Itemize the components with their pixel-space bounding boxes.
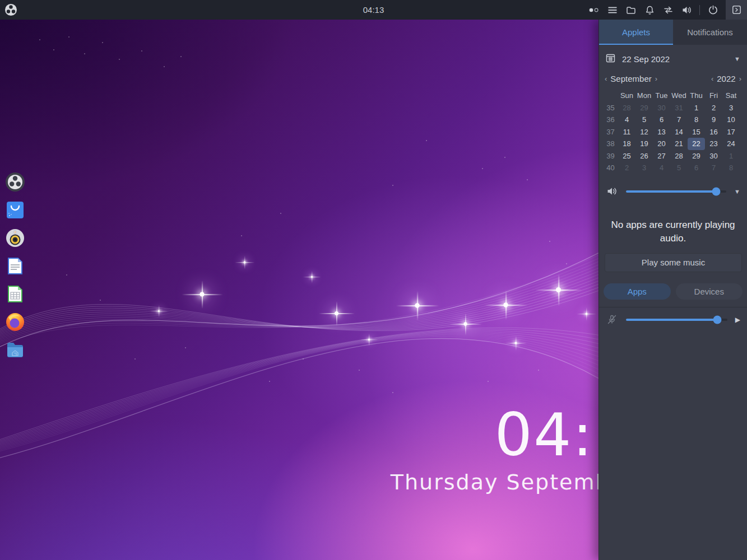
calendar-day[interactable]: 1 — [722, 150, 740, 162]
raven-tab-bar: Applets Notifications — [599, 20, 747, 45]
calendar-day[interactable]: 17 — [722, 126, 740, 138]
year-prev-icon[interactable]: ‹ — [711, 74, 713, 83]
wallpaper: 04:13 Thursday September 22 — [0, 20, 598, 560]
dock-item-software-store[interactable] — [5, 200, 25, 220]
tab-devices[interactable]: Devices — [676, 283, 743, 300]
calendar-day[interactable]: 9 — [705, 114, 722, 126]
divider — [599, 307, 747, 307]
calendar-day[interactable]: 28 — [618, 102, 635, 114]
raven-panel: Applets Notifications 22 Sep 2022 ▼ ‹ Se… — [598, 20, 747, 560]
calendar-day[interactable]: 6 — [653, 114, 670, 126]
calendar-header[interactable]: 22 Sep 2022 ▼ — [599, 50, 747, 67]
output-device-caret-icon[interactable]: ▼ — [734, 188, 740, 195]
calendar-day[interactable]: 16 — [705, 126, 722, 138]
calendar-day-header: Thu — [688, 90, 705, 102]
volume-icon[interactable] — [681, 5, 692, 15]
calendar-day[interactable]: 2 — [618, 162, 635, 174]
play-some-music-button[interactable]: Play some music — [605, 253, 742, 272]
calendar-day[interactable]: 11 — [618, 126, 635, 138]
calendar-day[interactable]: 10 — [722, 114, 740, 126]
calendar-day[interactable]: 5 — [670, 162, 688, 174]
folder-icon[interactable] — [625, 5, 637, 15]
calendar-nav: ‹ September › ‹ 2022 › — [599, 72, 747, 85]
bell-icon[interactable] — [644, 5, 655, 15]
calendar-day-header: Fri — [705, 90, 722, 102]
calendar-day[interactable]: 25 — [618, 150, 635, 162]
speaker-icon[interactable] — [606, 186, 618, 197]
budgie-menu-icon[interactable] — [4, 3, 17, 17]
volume-slider[interactable] — [626, 190, 726, 193]
calendar-day-header: Tue — [653, 90, 670, 102]
calendar-grid: SunMonTueWedThuFriSat3528293031123364567… — [603, 90, 747, 174]
calendar-day[interactable]: 18 — [618, 138, 635, 150]
calendar-day[interactable]: 31 — [670, 102, 688, 114]
dock-item-media-player[interactable] — [5, 228, 25, 248]
tab-notifications[interactable]: Notifications — [673, 20, 747, 45]
wallpaper-waves — [0, 20, 598, 560]
mic-slider[interactable] — [626, 319, 727, 321]
dock — [5, 164, 26, 360]
raven-toggle-icon[interactable] — [726, 0, 747, 20]
calendar-week-number: 35 — [603, 102, 618, 114]
calendar-week-number: 39 — [603, 150, 618, 162]
calendar-day[interactable]: 3 — [722, 102, 740, 114]
power-icon[interactable] — [707, 5, 718, 15]
year-next-icon[interactable]: › — [739, 74, 741, 83]
calendar-day[interactable]: 26 — [635, 150, 653, 162]
calendar-day[interactable]: 1 — [688, 102, 705, 114]
calendar-day[interactable]: 8 — [722, 162, 740, 174]
calendar-day[interactable]: 14 — [670, 126, 688, 138]
sound-input-row: ▶ — [599, 312, 747, 328]
calendar-year: 2022 — [717, 74, 735, 83]
mic-expander-icon[interactable]: ▶ — [735, 316, 740, 324]
calendar-day[interactable]: 27 — [653, 150, 670, 162]
calendar-day[interactable]: 12 — [635, 126, 653, 138]
calendar-day[interactable]: 30 — [653, 102, 670, 114]
calendar-day[interactable]: 4 — [618, 114, 635, 126]
volume-slider-handle[interactable] — [712, 187, 721, 195]
dock-item-budgie-ball[interactable] — [5, 172, 25, 192]
media-empty-message: No apps are currently playing audio. — [599, 218, 747, 246]
calendar-day[interactable]: 4 — [653, 162, 670, 174]
calendar-day-header: Sun — [618, 90, 635, 102]
calendar-month: September — [610, 74, 651, 83]
tab-applets[interactable]: Applets — [599, 20, 673, 45]
sync-arrows-icon[interactable] — [662, 5, 674, 15]
dock-item-firefox[interactable] — [5, 312, 25, 332]
calendar-day[interactable]: 7 — [705, 162, 722, 174]
dock-item-libreoffice-writer[interactable] — [5, 256, 25, 276]
calendar-day[interactable]: 3 — [635, 162, 653, 174]
calendar-day[interactable]: 2 — [705, 102, 722, 114]
calendar-day[interactable]: 7 — [670, 114, 688, 126]
month-prev-icon[interactable]: ‹ — [605, 74, 607, 83]
calendar-week-number: 38 — [603, 138, 618, 150]
calendar-day[interactable]: 5 — [635, 114, 653, 126]
calendar-day[interactable]: 8 — [688, 114, 705, 126]
menu-icon[interactable] — [607, 5, 618, 15]
calendar-day[interactable]: 13 — [653, 126, 670, 138]
calendar-day[interactable]: 19 — [635, 138, 653, 150]
calendar-day[interactable]: 21 — [670, 138, 688, 150]
workspace-dots-icon[interactable] — [588, 5, 600, 15]
calendar-day[interactable]: 23 — [705, 138, 722, 150]
topbar-separator — [699, 5, 700, 15]
desktop: 04:13 Thursday September 22 — [0, 0, 747, 560]
mic-slider-handle[interactable] — [713, 315, 721, 324]
calendar-day[interactable]: 24 — [722, 138, 740, 150]
dock-item-libreoffice-calc[interactable] — [5, 284, 25, 304]
calendar-day[interactable]: 30 — [705, 150, 722, 162]
calendar-expand-caret-icon[interactable]: ▼ — [734, 55, 740, 62]
tab-apps[interactable]: Apps — [604, 283, 671, 300]
calendar-day[interactable]: 29 — [635, 102, 653, 114]
calendar-day[interactable]: 20 — [653, 138, 670, 150]
calendar-day[interactable]: 29 — [688, 150, 705, 162]
microphone-muted-icon[interactable] — [606, 314, 618, 325]
calendar-day[interactable]: 6 — [688, 162, 705, 174]
calendar-day[interactable]: 28 — [670, 150, 688, 162]
month-next-icon[interactable]: › — [655, 74, 657, 83]
dock-item-files[interactable] — [5, 340, 25, 360]
calendar-day-selected[interactable]: 22 — [688, 138, 705, 150]
calendar-icon — [606, 53, 615, 65]
calendar-day[interactable]: 15 — [688, 126, 705, 138]
calendar-day-header: Sat — [722, 90, 740, 102]
